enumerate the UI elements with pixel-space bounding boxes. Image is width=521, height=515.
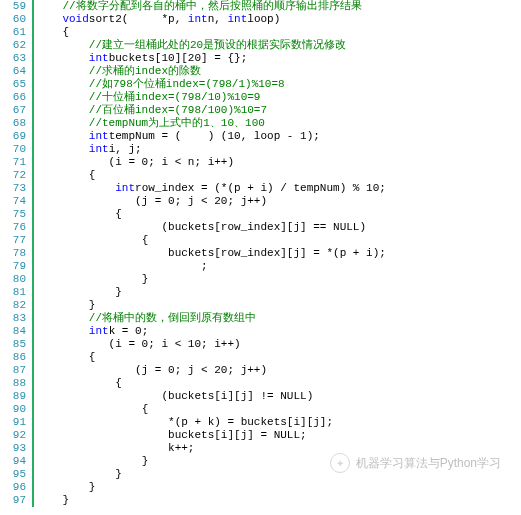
code-token: int: [89, 325, 109, 337]
line-number: 88: [0, 377, 26, 390]
code-token: //十位桶index=(798/10)%10=9: [89, 91, 261, 103]
code-token: (i = 0; i < 10; i++): [89, 338, 241, 350]
code-line: intk = 0;: [36, 325, 386, 338]
code-token: k = 0;: [109, 325, 149, 337]
code-token: {: [142, 403, 149, 415]
line-number: 87: [0, 364, 26, 377]
code-token: }: [142, 455, 149, 467]
line-number: 92: [0, 429, 26, 442]
line-number: 61: [0, 26, 26, 39]
line-number: 89: [0, 390, 26, 403]
code-token: int: [188, 13, 208, 25]
wechat-icon: ✦: [330, 453, 350, 473]
code-line: {: [36, 26, 386, 39]
line-number: 91: [0, 416, 26, 429]
code-line: }: [36, 481, 386, 494]
line-number: 71: [0, 156, 26, 169]
code-line: (i = 0; i < 10; i++): [36, 338, 386, 351]
watermark: ✦ 机器学习算法与Python学习: [330, 453, 501, 473]
code-token: (buckets[i][j] != NULL): [142, 390, 314, 402]
line-number: 97: [0, 494, 26, 507]
code-token: }: [89, 481, 96, 493]
code-line: (j = 0; j < 20; j++): [36, 364, 386, 377]
code-token: //求桶的index的除数: [89, 65, 201, 77]
code-token: }: [115, 468, 122, 480]
code-line: //求桶的index的除数: [36, 65, 386, 78]
line-number: 82: [0, 299, 26, 312]
code-token: int: [89, 52, 109, 64]
code-token: {: [89, 351, 96, 363]
line-number: 80: [0, 273, 26, 286]
code-token: buckets[row_index][j] = *(p + i);: [168, 247, 386, 259]
code-line: //百位桶index=(798/100)%10=7: [36, 104, 386, 117]
code-line: (i = 0; i < n; i++): [36, 156, 386, 169]
code-line: ;: [36, 260, 386, 273]
code-line: }: [36, 273, 386, 286]
line-number: 81: [0, 286, 26, 299]
code-line: (buckets[row_index][j] == NULL): [36, 221, 386, 234]
code-line: }: [36, 494, 386, 507]
code-line: (buckets[i][j] != NULL): [36, 390, 386, 403]
code-token: row_index = (*(p + i) / tempNum) % 10;: [135, 182, 386, 194]
line-number: 76: [0, 221, 26, 234]
code-token: buckets[i][j] = NULL;: [168, 429, 307, 441]
code-token: (j = 0; j < 20; j++): [115, 195, 267, 207]
code-token: i, j;: [109, 143, 142, 155]
code-token: int: [227, 13, 247, 25]
line-number: 68: [0, 117, 26, 130]
code-line: (j = 0; j < 20; j++): [36, 195, 386, 208]
code-token: loop): [247, 13, 280, 25]
line-number: 75: [0, 208, 26, 221]
line-number: 67: [0, 104, 26, 117]
code-token: //将桶中的数，倒回到原有数组中: [89, 312, 256, 324]
code-token: //建立一组桶此处的20是预设的根据实际数情况修改: [89, 39, 346, 51]
line-number: 73: [0, 182, 26, 195]
code-line: intbuckets[10][20] = {};: [36, 52, 386, 65]
line-number: 74: [0, 195, 26, 208]
line-number: 84: [0, 325, 26, 338]
watermark-text: 机器学习算法与Python学习: [356, 457, 501, 470]
line-number: 69: [0, 130, 26, 143]
line-number: 85: [0, 338, 26, 351]
code-line: *(p + k) = buckets[i][j];: [36, 416, 386, 429]
line-number: 77: [0, 234, 26, 247]
code-line: //将桶中的数，倒回到原有数组中: [36, 312, 386, 325]
code-token: buckets[10][20] = {};: [109, 52, 248, 64]
line-number: 90: [0, 403, 26, 416]
code-line: {: [36, 403, 386, 416]
line-number: 93: [0, 442, 26, 455]
code-line: {: [36, 351, 386, 364]
code-token: }: [115, 286, 122, 298]
code-token: //将数字分配到各自的桶中，然后按照桶的顺序输出排序结果: [62, 0, 361, 12]
code-token: void: [62, 13, 88, 25]
line-number: 72: [0, 169, 26, 182]
line-number-gutter: 5960616263646566676869707172737475767778…: [0, 0, 32, 507]
code-token: (i = 0; i < n; i++): [89, 156, 234, 168]
code-token: ;: [168, 260, 208, 272]
code-line: voidsort2( *p, intn, intloop): [36, 13, 386, 26]
code-token: int: [89, 143, 109, 155]
line-number: 60: [0, 13, 26, 26]
code-token: k++;: [168, 442, 194, 454]
code-token: (j = 0; j < 20; j++): [115, 364, 267, 376]
line-number: 95: [0, 468, 26, 481]
code-line: //建立一组桶此处的20是预设的根据实际数情况修改: [36, 39, 386, 52]
code-token: }: [62, 494, 69, 506]
line-number: 63: [0, 52, 26, 65]
code-token: {: [115, 208, 122, 220]
code-token: sort2( *p,: [89, 13, 188, 25]
code-line: //如798个位桶index=(798/1)%10=8: [36, 78, 386, 91]
code-token: //tempNum为上式中的1、10、100: [89, 117, 265, 129]
code-token: //百位桶index=(798/100)%10=7: [89, 104, 267, 116]
code-line: //tempNum为上式中的1、10、100: [36, 117, 386, 130]
code-container: 5960616263646566676869707172737475767778…: [0, 0, 521, 507]
code-token: {: [62, 26, 69, 38]
line-number: 62: [0, 39, 26, 52]
line-number: 59: [0, 0, 26, 13]
code-editor: //将数字分配到各自的桶中，然后按照桶的顺序输出排序结果 voidsort2( …: [32, 0, 386, 507]
code-token: int: [89, 130, 109, 142]
line-number: 66: [0, 91, 26, 104]
code-token: tempNum = ( ) (10, loop - 1);: [109, 130, 320, 142]
code-token: }: [89, 299, 96, 311]
code-token: n,: [208, 13, 228, 25]
